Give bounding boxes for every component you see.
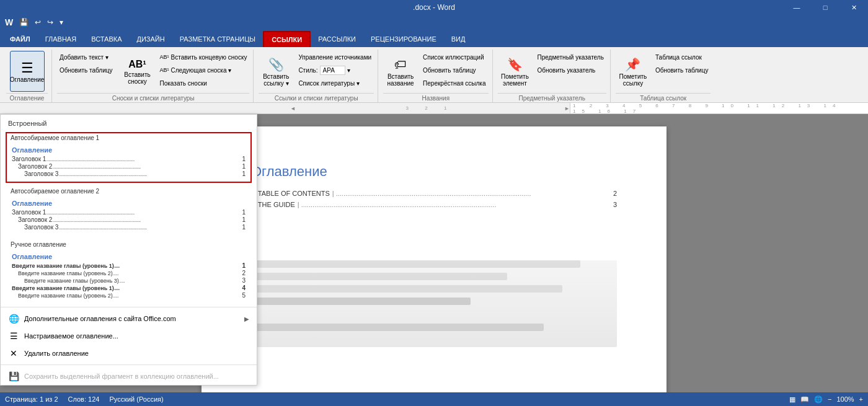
bibliography-button[interactable]: Список литературы ▾ <box>296 77 374 89</box>
blurred-line-1 <box>251 260 580 268</box>
ribbon-group-captions-label: Названия <box>383 93 488 102</box>
tab-view[interactable]: ВИД <box>444 31 473 47</box>
doc-toc-entry-0: | TABLE OF CONTENTS | ..................… <box>251 190 617 197</box>
zoom-in-button[interactable]: + <box>859 395 863 403</box>
auto-toc-2-item[interactable]: Автособираемое оглавление 2 Оглавление З… <box>6 185 252 236</box>
manual-toc-entry-2: Введите название главы (уровень 3) .....… <box>12 277 246 284</box>
view-mode-print[interactable]: ▦ <box>789 395 795 404</box>
tab-insert[interactable]: ВСТАВКА <box>84 31 129 47</box>
dropdown-section-builtin: Встроенный <box>1 115 257 130</box>
manual-toc-item[interactable]: Ручное оглавление Оглавление Введите наз… <box>6 239 252 304</box>
mark-entry-icon: 🔖 <box>507 57 523 72</box>
ribbon-tab-bar: ФАЙЛ ГЛАВНАЯ ВСТАВКА ДИЗАЙН РАЗМЕТКА СТР… <box>0 30 868 47</box>
citation-table-button[interactable]: Таблица ссылок <box>653 51 711 63</box>
style-button[interactable]: Стиль: APA ▾ <box>296 64 374 76</box>
citation-icon: 📎 <box>268 57 284 72</box>
mark-entry-button[interactable]: 🔖 Пометитьэлемент <box>498 51 533 92</box>
ribbon-group-citations-label: Ссылки и списки литературы <box>259 93 374 102</box>
quick-access-toolbar: W 💾 ↩ ↪ ▾ <box>0 15 868 30</box>
auto-toc-1-label: Автособираемое оглавление 1 <box>7 133 250 143</box>
document-page[interactable]: Оглавление | TABLE OF CONTENTS | .......… <box>202 126 666 392</box>
title-bar: .docx - Word — □ ✕ <box>0 0 868 15</box>
toc-icon: ☰ <box>21 61 33 75</box>
endnote-button[interactable]: AB¹ Вставить концевую сноску <box>157 51 250 63</box>
qa-dropdown-button[interactable]: ▾ <box>57 17 66 28</box>
ribbon-group-citable-label: Таблица ссылок <box>616 93 711 102</box>
mark-citation-icon: 📌 <box>625 57 640 72</box>
tab-references[interactable]: ССЫЛКИ <box>263 31 311 47</box>
undo-button[interactable]: ↩ <box>32 17 43 28</box>
zoom-out-button[interactable]: − <box>828 395 831 403</box>
tab-file[interactable]: ФАЙЛ <box>2 31 38 47</box>
insert-caption-button[interactable]: 🏷 Вставитьназвание <box>383 51 418 92</box>
toc-button[interactable]: ☰ Оглавление <box>10 51 45 92</box>
insert-footnote-label: Вставитьсноску <box>124 71 150 85</box>
update-index-button[interactable]: Обновить указатель <box>535 64 606 76</box>
insert-citation-button[interactable]: 📎 Вставитьссылку ▾ <box>259 51 293 92</box>
figures-list-button[interactable]: Список иллюстраций <box>420 51 488 63</box>
tab-review[interactable]: РЕЦЕНЗИРОВАНИЕ <box>363 31 444 47</box>
main-area: Встроенный Автособираемое оглавление 1 О… <box>0 114 868 392</box>
status-language: Русский (Россия) <box>109 395 163 403</box>
ribbon-group-index: 🔖 Пометитьэлемент Предметный указатель О… <box>494 50 611 102</box>
manual-toc-entry-1: Введите название главы (уровень 2) .....… <box>12 270 246 276</box>
custom-toc-item[interactable]: ☰ Настраиваемое оглавление... <box>1 327 257 345</box>
ruler-numbers-left: 3 2 1 <box>296 105 564 111</box>
view-mode-read[interactable]: 📖 <box>800 395 809 404</box>
add-text-button[interactable]: Добавить текст ▾ <box>57 51 115 63</box>
auto-toc-1-entry-1: Заголовок 2 ............................… <box>12 163 246 170</box>
status-words: Слов: 124 <box>68 395 100 403</box>
mark-citation-button[interactable]: 📌 Пометитьссылку <box>616 51 650 92</box>
tab-layout[interactable]: РАЗМЕТКА СТРАНИЦЫ <box>172 31 263 47</box>
save-qa-button[interactable]: 💾 <box>17 17 31 28</box>
redo-button[interactable]: ↪ <box>45 17 56 28</box>
zoom-level: 100% <box>836 395 854 403</box>
ribbon: ☰ Оглавление Оглавление Добавить текст ▾… <box>0 47 868 103</box>
update-table3-button[interactable]: Обновить таблицу <box>653 64 711 76</box>
word-icon-btn[interactable]: W <box>2 16 16 29</box>
maximize-button[interactable]: □ <box>811 0 839 15</box>
close-button[interactable]: ✕ <box>839 0 868 15</box>
subject-index-button[interactable]: Предметный указатель <box>535 51 606 63</box>
cross-ref-button[interactable]: Перекрёстная ссылка <box>420 77 488 89</box>
dropdown-divider-1 <box>1 307 257 307</box>
delete-toc-item[interactable]: ✕ Удалить оглавление <box>1 345 257 362</box>
tab-home[interactable]: ГЛАВНАЯ <box>38 31 84 47</box>
more-toc-item[interactable]: 🌐 Дополнительные оглавления с сайта Offi… <box>1 310 257 327</box>
view-mode-web[interactable]: 🌐 <box>814 395 823 404</box>
more-toc-label: Дополнительные оглавления с сайта Office… <box>24 315 176 322</box>
insert-footnote-button[interactable]: AB¹ Вставитьсноску <box>120 51 155 92</box>
next-note-button[interactable]: AB¹ Следующая сноска ▾ <box>157 64 250 76</box>
manual-toc-entry-0: Введите название главы (уровень 1) .....… <box>12 262 246 269</box>
manage-sources-button[interactable]: Управление источниками <box>296 51 374 63</box>
ribbon-group-index-label: Предметный указатель <box>498 93 606 102</box>
ribbon-group-footnotes-label: Сноски и списки литературы <box>57 93 249 102</box>
ruler: ◄ 3 2 1 ► 1 2 3 4 5 6 7 8 9 10 11 12 13 … <box>0 103 868 114</box>
ribbon-group-captions: 🏷 Вставитьназвание Список иллюстраций Об… <box>379 50 492 102</box>
status-page: Страница: 1 из 2 <box>5 395 58 403</box>
minimize-button[interactable]: — <box>782 0 811 15</box>
manual-toc-title: Оглавление <box>12 253 246 260</box>
ribbon-group-toc-label: Оглавление <box>6 93 48 102</box>
mark-citation-label: Пометитьссылку <box>619 73 647 87</box>
auto-toc-2-title: Оглавление <box>12 200 246 207</box>
custom-toc-label: Настраиваемое оглавление... <box>24 332 118 340</box>
manual-toc-entry-3: Введите название главы (уровень 1) .....… <box>12 285 246 291</box>
auto-toc-1-title: Оглавление <box>12 146 246 154</box>
blurred-line-4 <box>251 298 471 305</box>
auto-toc-1-entry-0: Заголовок 1 ............................… <box>12 156 246 162</box>
blurred-line-5 <box>251 324 544 331</box>
auto-toc-2-entry-1: Заголовок 2 ............................… <box>12 216 246 223</box>
more-toc-icon: 🌐 <box>8 314 19 324</box>
dropdown-divider-2 <box>1 364 257 365</box>
doc-toc-entry-1: | THE GUIDE | ..........................… <box>251 201 617 208</box>
show-notes-button[interactable]: Показать сноски <box>157 77 250 89</box>
tab-mailings[interactable]: РАССЫЛКИ <box>311 31 363 47</box>
update-table2-button[interactable]: Обновить таблицу <box>420 64 488 76</box>
update-table-button[interactable]: Обновить таблицу <box>57 64 115 76</box>
tab-design[interactable]: ДИЗАЙН <box>129 31 172 47</box>
save-toc-icon: 💾 <box>8 371 19 381</box>
auto-toc-1-item[interactable]: Автособираемое оглавление 1 Оглавление З… <box>6 132 252 183</box>
mark-entry-label: Пометитьэлемент <box>501 73 529 87</box>
text-cursor <box>251 221 617 242</box>
